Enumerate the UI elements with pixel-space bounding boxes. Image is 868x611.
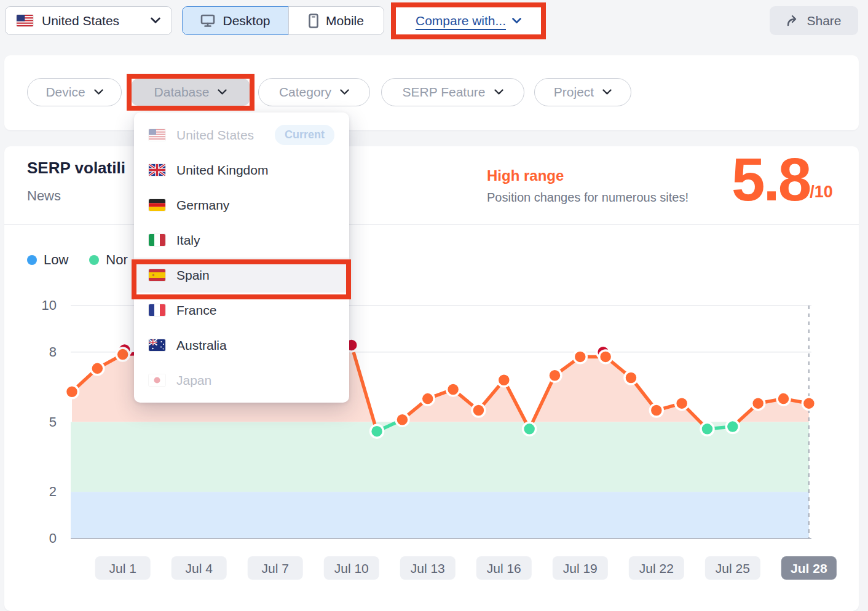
device-toggle-mobile[interactable]: Mobile — [288, 6, 384, 35]
menu-item-label: Japan — [176, 373, 211, 388]
page-title: SERP volatili — [27, 159, 125, 178]
menu-item-united-states: United States Current — [134, 117, 349, 152]
menu-item-label: Spain — [176, 268, 210, 283]
database-filter-label: Database — [154, 85, 210, 100]
chevron-down-icon — [151, 17, 160, 24]
menu-item-label: Italy — [176, 233, 200, 248]
share-button-label: Share — [807, 14, 841, 28]
device-toggle-desktop[interactable]: Desktop — [182, 6, 289, 35]
volatility-range-description: Position changes for numerous sites! — [487, 191, 688, 205]
legend-label-normal: Nor — [106, 252, 127, 268]
mobile-toggle-label: Mobile — [326, 14, 364, 28]
compare-with-link[interactable]: Compare with... — [416, 14, 506, 28]
menu-item-label: United States — [176, 128, 254, 143]
menu-item-label: United Kingdom — [176, 163, 268, 178]
germany-flag-icon — [149, 199, 165, 211]
score-denominator: /10 — [810, 183, 833, 202]
desktop-toggle-label: Desktop — [223, 14, 270, 28]
legend-label-low: Low — [44, 252, 68, 268]
menu-item-label: Australia — [176, 338, 227, 353]
menu-item-japan: Japan — [134, 363, 349, 398]
current-badge: Current — [275, 125, 334, 145]
score-value: 5.8 — [732, 154, 810, 205]
legend-item-low: Low — [27, 252, 68, 268]
legend-item-normal: Nor — [89, 252, 127, 268]
menu-item-united-kingdom[interactable]: United Kingdom — [134, 152, 349, 187]
compare-highlight-box: Compare with... — [391, 2, 546, 39]
category-filter-label: Category — [279, 85, 331, 100]
volatility-range-label: High range — [487, 167, 564, 184]
project-filter-button[interactable]: Project — [534, 78, 631, 106]
chevron-down-icon — [94, 89, 103, 95]
menu-item-france[interactable]: France — [134, 293, 349, 328]
mobile-icon — [309, 14, 318, 28]
menu-item-label: France — [176, 303, 216, 318]
menu-item-germany[interactable]: Germany — [134, 187, 349, 223]
menu-item-australia[interactable]: Australia — [134, 328, 349, 363]
desktop-icon — [200, 14, 215, 28]
serp-feature-filter-label: SERP Feature — [402, 85, 485, 100]
serp-feature-filter-button[interactable]: SERP Feature — [381, 78, 524, 106]
australia-flag-icon — [149, 339, 165, 351]
low-dot-icon — [27, 255, 37, 265]
database-dropdown-menu: United States Current United Kingdom Ger… — [134, 112, 349, 403]
card-divider — [4, 224, 859, 225]
chevron-down-icon — [512, 18, 521, 24]
france-flag-icon — [149, 304, 165, 316]
menu-item-spain[interactable]: Spain — [134, 258, 349, 293]
chevron-down-icon — [494, 89, 503, 95]
spain-flag-icon — [149, 269, 165, 281]
chevron-down-icon — [602, 89, 612, 95]
menu-item-italy[interactable]: Italy — [134, 223, 349, 258]
italy-flag-icon — [149, 234, 165, 246]
share-button[interactable]: Share — [770, 6, 858, 35]
japan-flag-icon — [149, 374, 165, 386]
country-selector-label: United States — [42, 14, 142, 28]
category-filter-button[interactable]: Category — [258, 78, 370, 106]
share-arrow-icon — [786, 15, 800, 27]
serp-volatility-card: SERP volatili News — [4, 146, 859, 611]
device-filter-button[interactable]: Device — [27, 78, 122, 106]
volatility-score: 5.8 /10 — [732, 154, 833, 205]
us-flag-icon — [17, 15, 33, 26]
country-selector[interactable]: United States — [5, 6, 172, 35]
device-filter-label: Device — [45, 85, 85, 100]
chevron-down-icon — [340, 89, 349, 95]
category-subtitle: News — [27, 188, 61, 204]
project-filter-label: Project — [554, 85, 594, 100]
chevron-down-icon — [218, 89, 227, 95]
chart-legend: Low Nor — [27, 252, 128, 268]
menu-item-label: Germany — [176, 198, 229, 213]
uk-flag-icon — [149, 164, 165, 176]
us-flag-icon — [149, 129, 165, 141]
normal-dot-icon — [89, 255, 99, 265]
database-filter-button[interactable]: Database — [132, 79, 250, 106]
